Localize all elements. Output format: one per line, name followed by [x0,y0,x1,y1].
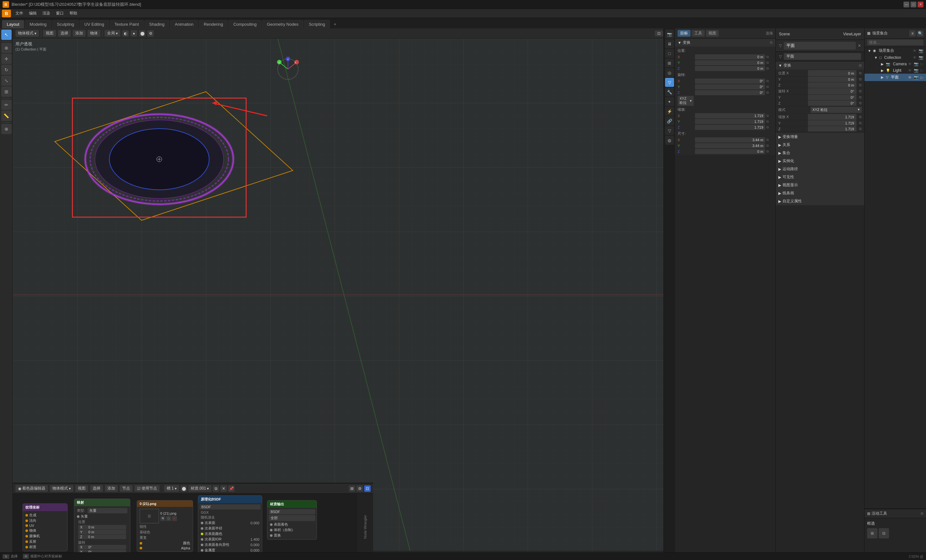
props-icon-render[interactable]: 📷 [665,30,674,39]
props-icon-modifier[interactable]: 🔧 [665,88,674,97]
props-icon-physics[interactable]: ⚡ [665,107,674,116]
node-close-btn[interactable]: ✕ [220,485,227,492]
tab-animation[interactable]: Animation [170,20,198,28]
section-visibility[interactable]: ▶ 可见性 [776,173,864,181]
tool-select[interactable]: ↖ [1,30,12,40]
props-icon-material[interactable]: ◍ [665,136,674,145]
props-icon-world[interactable]: ◎ [665,68,674,77]
viewport-options-btn[interactable]: ⚙ [147,30,154,37]
outliner-item-plane[interactable]: ▶ ▽ 平面 👁📷▷ [864,74,926,81]
tab-texture-paint[interactable]: Texture Paint [110,20,144,28]
section-transform-delta[interactable]: ▶ 变换增量 [776,133,864,141]
tab-geometry-nodes[interactable]: Geometry Nodes [262,20,303,28]
tool-mode-btn-2[interactable]: ⊟ [879,528,889,539]
minimize-btn[interactable]: — [903,2,909,8]
node-slot-selector[interactable]: 槽 1▾ [164,485,179,492]
dim-x-field[interactable]: 3.44 m [695,137,765,142]
dim-y-field[interactable]: 3.44 m [695,143,765,148]
menu-file[interactable]: 文件 [13,10,26,17]
node-use-nodes-toggle[interactable]: ☑ 使用节点 [135,485,160,492]
scale-y-field[interactable]: 1.719 [695,119,765,124]
node-object-mode[interactable]: 物体模式▾ [50,485,73,492]
tab-compositing[interactable]: Compositing [228,20,261,28]
section-custom-props[interactable]: ▶ 自定义属性 [776,197,864,205]
mesh-data-name[interactable]: 平面 [784,53,861,60]
props-icon-view[interactable]: □ [665,49,674,58]
viewport-shading-solid[interactable]: ◐ [122,30,129,37]
node-copy-btn[interactable]: ⧉ [213,485,219,492]
props-icon-data[interactable]: ▽ [665,126,674,135]
scale-x-field[interactable]: 1.719 [695,113,765,118]
tab-scripting[interactable]: Scripting [304,20,330,28]
viewport-shading-render[interactable]: ⬤ [139,30,145,37]
props-icon-particles[interactable]: ✦ [665,97,674,106]
node-select-menu[interactable]: 选择 [90,485,103,492]
tab-sculpting[interactable]: Sculpting [52,20,79,28]
tool-cursor[interactable]: ⊕ [1,43,12,53]
object-menu-btn[interactable]: 物体 [88,30,100,37]
rotation-mode-prop[interactable]: XYZ 欧拉▾ [811,107,862,113]
object-mode-selector[interactable]: 物体模式▾ [15,30,39,37]
tool-tab[interactable]: 工具 [692,30,705,37]
viewport-shading-material[interactable]: ● [131,30,137,37]
props-icon-scene[interactable]: ⊞ [665,59,674,68]
node-editor-canvas[interactable]: 纹理坐标 生成 法向 UV 物体 摄像机 反射 材质 映射 [13,494,373,560]
active-object-name[interactable]: 平面 [784,42,856,50]
3d-viewport[interactable]: X Y Z 用户透视 (1) Collection | 平面 N ⊖ 缩放 [13,39,675,551]
location-x-field[interactable]: 0 m [695,54,765,59]
tab-rendering[interactable]: Rendering [199,20,228,28]
tab-uv-editing[interactable]: UV Editing [79,20,109,28]
tool-scale[interactable]: ⤡ [1,75,12,86]
section-viewport-display[interactable]: ▶ 视图显示 [776,181,864,189]
node-editor-options2[interactable]: ⚙ [357,485,363,492]
outliner-item-scene-collection[interactable]: ▼ ◉ 场景集合 👁📷 [864,47,926,54]
select-menu-btn[interactable]: 选择 [58,30,71,37]
transform-section-header[interactable]: ▼ 变换 ⚙ [675,39,775,47]
location-y-field[interactable]: 0 m [695,60,765,65]
active-tool-name[interactable]: 框选 [867,521,923,526]
section-instancing[interactable]: ▶ 实例化 [776,157,864,165]
menu-render[interactable]: 渲染 [40,10,53,17]
menu-window[interactable]: 窗口 [53,10,66,17]
section-motion-paths[interactable]: ▶ 运动路径 [776,165,864,173]
outliner-item-light[interactable]: ▶ 💡 Light 👁📷▷ [864,67,926,74]
tool-add[interactable]: ⊕ [1,124,12,134]
add-workspace-btn[interactable]: + [330,20,339,28]
node-add-menu[interactable]: 添加 [105,485,118,492]
node-editor-type[interactable]: ◉ 着色器编辑器 [15,485,48,492]
tool-rotate[interactable]: ↻ [1,65,12,75]
outliner-filter-btn[interactable]: ≡ [909,30,916,37]
outliner-search-btn[interactable]: 🔍 [917,30,923,37]
maximize-btn[interactable]: □ [911,2,916,8]
snap-btn[interactable]: ⊡ [655,30,663,36]
tool-transform[interactable]: ⊞ [1,86,12,97]
scale-z-field[interactable]: 1.719 [695,125,765,130]
rotation-x-field[interactable]: 0° [695,78,765,84]
node-principled-bsdf[interactable]: 原理化BSDF BSDF GGX 随机游走 次表面0.000 次表面半径 次表面… [198,495,262,560]
tab-layout[interactable]: Layout [2,20,24,28]
tab-modeling[interactable]: Modeling [25,20,51,28]
node-editor-options1[interactable]: ⊞ [349,485,355,492]
close-btn[interactable]: ✕ [918,2,923,8]
rotation-y-field[interactable]: 0° [695,84,765,89]
tool-move[interactable]: ✛ [1,54,12,64]
node-material-output[interactable]: 材质输出 BSDF 全部 表面着色 体积（自制） 置换 [267,500,317,540]
outliner-item-collection[interactable]: ▼ □ Collection 👁📷 [864,54,926,61]
location-z-field[interactable]: 0 m [695,66,765,71]
rotation-mode-selector[interactable]: XYZ 欧拉 ▾ [678,96,694,106]
outliner-item-camera[interactable]: ▶ 📷 Camera 👁📷▷ [864,61,926,67]
section-line-art[interactable]: ▶ 线条画 [776,189,864,197]
rotation-z-field[interactable]: 0° [695,90,765,95]
outliner-search-input[interactable] [867,39,923,45]
menu-edit[interactable]: 编辑 [26,10,39,17]
props-icon-object[interactable]: ▽ [665,78,674,87]
node-pin-btn[interactable]: 📌 [228,485,235,492]
dim-z-field[interactable]: 0 m [695,149,765,154]
view-menu-btn[interactable]: 视图 [43,30,56,37]
tool-measure[interactable]: 📏 [1,111,12,121]
node-node-menu[interactable]: 节点 [120,485,133,492]
node-overlay-btn[interactable]: ⊡ [364,485,371,492]
add-menu-btn[interactable]: 添加 [73,30,86,37]
node-sphere-btn[interactable]: ⬤ [180,485,187,492]
node-image-texture[interactable]: 0 (21).png 🖼 0 (21).png ⧉ □ [137,500,193,552]
